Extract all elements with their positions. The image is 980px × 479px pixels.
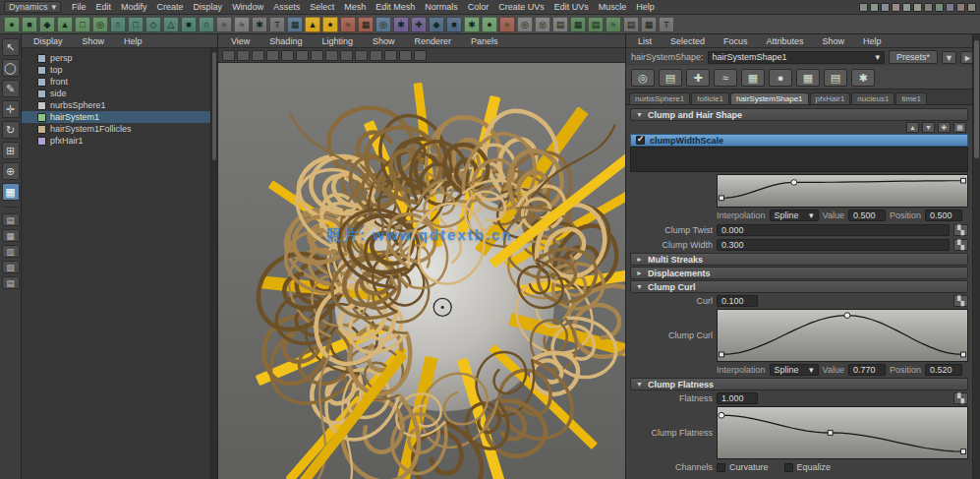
texture-view-icon[interactable]: ▦	[796, 69, 820, 87]
cache-icon[interactable]: ■	[446, 17, 462, 32]
fluid-icon[interactable]: ◎	[375, 17, 391, 32]
construction-icon[interactable]	[935, 3, 944, 12]
menu-edit[interactable]: Edit	[91, 1, 117, 13]
show-hide-icon[interactable]: ◎	[631, 69, 655, 87]
attribute-editor-scrollbar[interactable]	[972, 34, 980, 479]
section-displacements[interactable]: ►Displacements	[630, 267, 968, 279]
clump-curl-graph[interactable]	[717, 309, 968, 362]
lighting-icon[interactable]	[399, 50, 412, 61]
attribute-editor-scroll-thumb[interactable]	[974, 40, 979, 158]
clump-flatness-graph[interactable]	[717, 406, 968, 459]
ep-curve-icon[interactable]: ≈	[234, 17, 250, 32]
uv-editor-icon[interactable]: ▤	[588, 17, 604, 32]
options-icon[interactable]: ✱	[851, 69, 875, 87]
hair-icon[interactable]: ≈	[340, 17, 356, 32]
paint-effects-icon[interactable]: ✱	[464, 17, 480, 32]
layout-persp-graph[interactable]: ▧	[2, 261, 20, 273]
pre-post-icon[interactable]: ≈	[714, 69, 737, 87]
nurbs-cylinder-icon[interactable]: ◇	[145, 17, 161, 32]
viewport-menu-shading[interactable]: Shading	[264, 35, 307, 47]
shadows-icon[interactable]	[414, 50, 427, 61]
layout-hypershade[interactable]: ▤	[2, 276, 20, 289]
ramp-add-entry-icon[interactable]: ✚	[938, 122, 951, 133]
pencil-curve-icon[interactable]: ✱	[252, 17, 267, 32]
nurbs-cube-icon[interactable]: □	[128, 17, 144, 32]
selected-position-field[interactable]: 0.500	[925, 210, 962, 221]
menu-edit-mesh[interactable]: Edit Mesh	[371, 1, 420, 13]
outliner-scroll-thumb[interactable]	[212, 52, 216, 160]
color-wheel-icon[interactable]: ●	[769, 69, 792, 87]
camera-icon[interactable]: ▦	[287, 17, 303, 32]
ramp-move-down-icon[interactable]: ▼	[922, 122, 935, 133]
viewport-canvas[interactable]: 照片: www.qdtextb.cn	[218, 63, 625, 479]
tab-time1[interactable]: time1	[895, 92, 927, 104]
menu-window[interactable]: Window	[227, 1, 268, 13]
snap-grid-icon[interactable]	[870, 3, 879, 12]
outliner-item-top[interactable]: top	[22, 64, 210, 76]
outliner-icon[interactable]: ▤	[623, 17, 639, 32]
viewport-menu-view[interactable]: View	[226, 35, 255, 47]
snap-center-icon[interactable]	[902, 3, 911, 12]
snap-curve-icon[interactable]	[881, 3, 890, 12]
menu-muscle[interactable]: Muscle	[594, 1, 632, 13]
ramp-entry-clump-width-scale[interactable]: clumpWidthScale	[630, 134, 968, 147]
focus-icon[interactable]: ✚	[686, 69, 710, 87]
clump-twist-map-button[interactable]: ▚	[953, 224, 968, 236]
graph-editor-icon[interactable]: ≈	[605, 17, 621, 32]
move-tool[interactable]: ✛	[2, 100, 20, 118]
menu-help[interactable]: Help	[631, 1, 660, 13]
ramp-move-up-icon[interactable]: ▲	[906, 122, 919, 133]
outliner-menu-help[interactable]: Help	[119, 35, 147, 47]
ae-menu-attributes[interactable]: Attributes	[762, 35, 809, 47]
ae-menu-selected[interactable]: Selected	[665, 35, 710, 47]
section-clump-curl[interactable]: ▼ Clump Curl	[630, 280, 968, 293]
constraint-icon[interactable]: ◆	[429, 17, 444, 32]
menu-modify[interactable]: Modify	[116, 1, 152, 13]
render-icon[interactable]: ◎	[517, 17, 533, 32]
outliner-item-hairsystem1follicles[interactable]: hairSystem1Follicles	[22, 123, 210, 135]
select-tool[interactable]: ↖	[2, 38, 20, 56]
safe-title-icon[interactable]	[311, 50, 323, 61]
script-editor-icon[interactable]: T	[659, 17, 674, 32]
show-button[interactable]: ▼	[942, 51, 956, 64]
render-settings-icon[interactable]	[967, 3, 976, 12]
curl-map-button[interactable]: ▚	[953, 295, 968, 307]
snap-grid-icon[interactable]	[222, 50, 235, 61]
gate-mask-icon[interactable]	[266, 50, 279, 61]
layout-single[interactable]: ▤	[2, 213, 20, 226]
spot-light-icon[interactable]: ▲	[305, 17, 320, 32]
safe-action-icon[interactable]	[296, 50, 309, 61]
layout-persp-outliner[interactable]: ▥	[2, 245, 20, 258]
poly-cube-icon[interactable]: ■	[22, 17, 37, 32]
show-manip-tool[interactable]: ▦	[2, 183, 20, 201]
node-name-field[interactable]: hairSystemShape1 ▾	[708, 51, 885, 64]
curl-field[interactable]: 0.100	[717, 295, 758, 307]
ramp-entry-checkbox[interactable]	[636, 136, 645, 145]
shaded-icon[interactable]	[340, 50, 353, 61]
tab-nucleus1[interactable]: nucleus1	[851, 92, 894, 104]
clump-twist-field[interactable]: 0.000	[717, 224, 950, 236]
flatness-map-button[interactable]: ▚	[953, 392, 968, 404]
hypershade-icon[interactable]: ▦	[570, 17, 586, 32]
curl-interpolation-dropdown[interactable]: Spline ▾	[770, 364, 819, 376]
resolution-gate-icon[interactable]	[252, 50, 264, 61]
menu-create[interactable]: Create	[152, 1, 189, 13]
selected-value-field[interactable]: 0.500	[848, 210, 886, 221]
toon-icon[interactable]: ●	[482, 17, 497, 32]
tab-pfxhair1[interactable]: pfxHair1	[810, 92, 851, 104]
poly-cylinder-icon[interactable]: ◆	[39, 17, 55, 32]
universal-manip-tool[interactable]: ⊕	[2, 162, 20, 180]
nurbs-plane-icon[interactable]: ■	[181, 17, 197, 32]
xray-icon[interactable]	[384, 50, 397, 61]
scale-tool[interactable]: ⊞	[2, 142, 20, 159]
outliner-item-pfxhair1[interactable]: pfxHair1	[22, 135, 210, 147]
outliner-menu-show[interactable]: Show	[78, 35, 110, 47]
presets-button[interactable]: Presets*	[889, 50, 938, 64]
menu-assets[interactable]: Assets	[268, 1, 305, 13]
clump-width-scale-graph[interactable]	[717, 174, 968, 208]
section-multi-streaks[interactable]: ►Multi Streaks	[630, 253, 968, 266]
outliner-item-persp[interactable]: persp	[22, 52, 210, 64]
render-settings-icon[interactable]: ▤	[552, 17, 568, 32]
cv-curve-icon[interactable]: ≈	[216, 17, 232, 32]
menu-set-dropdown[interactable]: Dynamics ▾	[4, 1, 61, 13]
